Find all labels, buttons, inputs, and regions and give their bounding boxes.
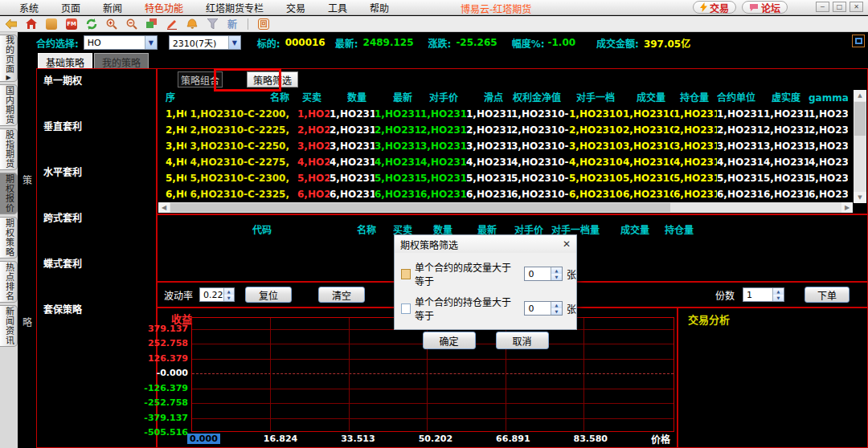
side-tab[interactable]: 期权报价 (0, 173, 18, 214)
side-tab[interactable]: 期权策略 (0, 217, 18, 259)
strategy-item[interactable] (106, 87, 156, 102)
side-tab[interactable]: 我的页面▶ (0, 35, 18, 82)
contract-select[interactable]: HO ▼ (84, 35, 158, 50)
side-tab[interactable]: 股指期货 (0, 128, 18, 170)
column-header[interactable]: 成交量 (623, 90, 674, 106)
return-icon[interactable]: 回 (257, 18, 270, 31)
column-header[interactable]: 序↑ (159, 90, 186, 106)
menu-item[interactable]: 新闻 (92, 1, 133, 14)
menu-item[interactable]: 页面 (50, 1, 92, 14)
scroll-right-icon[interactable]: ▶ (841, 202, 853, 213)
table-row[interactable]: 5,HO2310-C-2300,买,1,195.4,196.6,1.2,-195… (159, 170, 853, 186)
column-header[interactable]: 成交量 (606, 222, 656, 236)
spinner-arrows-icon[interactable]: ▲▼ (223, 288, 235, 301)
restore-layout-icon[interactable] (852, 35, 865, 47)
filter-checkbox[interactable] (401, 303, 411, 314)
column-header[interactable]: 持仓量 (656, 222, 700, 236)
strategy-item[interactable] (51, 224, 106, 239)
zoom-out-icon[interactable] (125, 18, 138, 31)
spinner-arrows-icon[interactable]: ▲▼ (551, 302, 562, 315)
back-icon[interactable] (5, 18, 18, 31)
table-row[interactable]: 6,HO2310-C-2325,买,1,167.0,171.4,4.4,-167… (159, 186, 853, 202)
table-row[interactable]: 4,HO2310-C-2275,买,1,—,221.4,221.4,-24340… (159, 154, 853, 170)
spinner-arrows-icon[interactable]: ▲▼ (772, 288, 784, 301)
refresh-icon[interactable] (85, 18, 98, 31)
strategy-item[interactable] (106, 193, 156, 209)
strategy-item[interactable] (51, 178, 106, 193)
column-header[interactable]: 名称 (278, 222, 383, 236)
trade-button[interactable]: 交易 (693, 1, 736, 14)
scroll-down-icon[interactable]: ▼ (854, 192, 866, 203)
clear-button[interactable]: 清空 (318, 287, 365, 303)
filter-icon[interactable] (206, 18, 219, 31)
strategy-item[interactable] (106, 239, 156, 255)
scrollbar-thumb[interactable] (854, 102, 866, 136)
edit-icon[interactable] (166, 18, 178, 31)
scroll-up-icon[interactable]: ▲ (854, 90, 866, 101)
lots-stepper[interactable]: 1 ▲▼ (743, 287, 784, 302)
minimize-button[interactable]: ─ (816, 2, 829, 12)
strategy-item[interactable] (106, 285, 156, 300)
table-row[interactable]: 2,HO2310-C-2225,买,1,—,272.0,272.0,-29320… (159, 122, 853, 138)
column-header[interactable]: 虚实度 (764, 90, 809, 106)
strategy-item[interactable] (51, 148, 106, 163)
column-header[interactable]: 持仓量 (674, 90, 717, 106)
zoom-in-icon[interactable] (105, 18, 118, 31)
strategy-item[interactable] (106, 132, 156, 148)
filter-threshold-stepper[interactable]: 0 ▲▼ (524, 267, 563, 281)
column-header[interactable]: 滑点 (466, 90, 511, 106)
strategy-item[interactable] (106, 270, 156, 285)
scroll-left-icon[interactable]: ◀ (158, 202, 170, 213)
table-row[interactable]: 1,HO2310-C-2200,买,1,297.0,297.0,0.0,-297… (159, 106, 853, 122)
place-order-button[interactable]: 下单 (805, 287, 850, 303)
reset-button[interactable]: 复位 (245, 287, 292, 303)
scrollbar-thumb[interactable] (170, 203, 670, 212)
cancel-button[interactable]: 取消 (496, 332, 549, 349)
alert-icon[interactable] (186, 18, 199, 31)
side-tab[interactable]: 热点排名 (0, 261, 18, 303)
strategy-item[interactable] (106, 178, 156, 193)
strategy-item[interactable] (51, 239, 106, 255)
expiry-select[interactable]: 2310(7天) ▼ (169, 35, 241, 50)
table-row[interactable]: 3,HO2310-C-2250,买,1,240.6,246.4,5.8,-240… (159, 138, 853, 154)
strategy-item[interactable] (106, 102, 156, 117)
confirm-button[interactable]: 确定 (423, 332, 476, 349)
close-button[interactable]: ✕ (850, 2, 863, 12)
strategy-item[interactable] (51, 270, 106, 285)
side-tab[interactable]: 国内期货 (0, 84, 18, 126)
column-header[interactable]: 数量 (330, 90, 375, 106)
menu-item[interactable]: 系统 (8, 1, 50, 14)
vertical-scrollbar[interactable]: ▲ ▼ (854, 90, 866, 203)
column-header[interactable]: 名称 (186, 90, 297, 106)
column-header[interactable]: 买卖 (297, 90, 330, 106)
column-header[interactable]: 对手一档量 (569, 90, 623, 106)
maximize-button[interactable]: □ (833, 2, 846, 12)
menu-item[interactable]: 特色功能 (133, 1, 194, 14)
spinner-arrows-icon[interactable]: ▲▼ (551, 267, 562, 280)
menu-item[interactable]: 帮助 (358, 1, 400, 14)
forum-button[interactable]: 论坛 (742, 1, 788, 14)
filter-checkbox[interactable] (401, 269, 411, 279)
fm-icon[interactable]: FM (65, 18, 78, 31)
column-header[interactable]: 合约单位 (717, 90, 764, 106)
strategy-item[interactable] (51, 316, 106, 331)
column-header[interactable]: 权利金净值 (511, 90, 569, 106)
column-header[interactable]: 代码 (158, 222, 278, 236)
strategy-item[interactable] (51, 285, 106, 300)
page-icon[interactable] (45, 18, 58, 31)
column-header[interactable]: 对手价 (420, 90, 466, 106)
menu-item[interactable]: 工具 (317, 1, 358, 14)
layers-icon[interactable] (145, 18, 158, 31)
strategy-item[interactable] (51, 102, 106, 117)
filter-threshold-stepper[interactable]: 0 ▲▼ (524, 301, 563, 316)
side-tab[interactable]: 新闻资讯 (0, 305, 18, 347)
strategy-item[interactable] (51, 132, 106, 148)
new-icon[interactable]: 新 (226, 18, 239, 31)
menu-item[interactable]: 交易 (275, 1, 317, 14)
menu-item[interactable]: 红塔期货专栏 (194, 1, 275, 14)
dialog-close-icon[interactable]: ✕ (563, 238, 571, 250)
strategy-item[interactable] (51, 193, 106, 209)
horizontal-scrollbar[interactable]: ◀ ▶ (158, 202, 853, 213)
home-icon[interactable] (25, 18, 38, 31)
strategy-item[interactable] (106, 148, 156, 163)
